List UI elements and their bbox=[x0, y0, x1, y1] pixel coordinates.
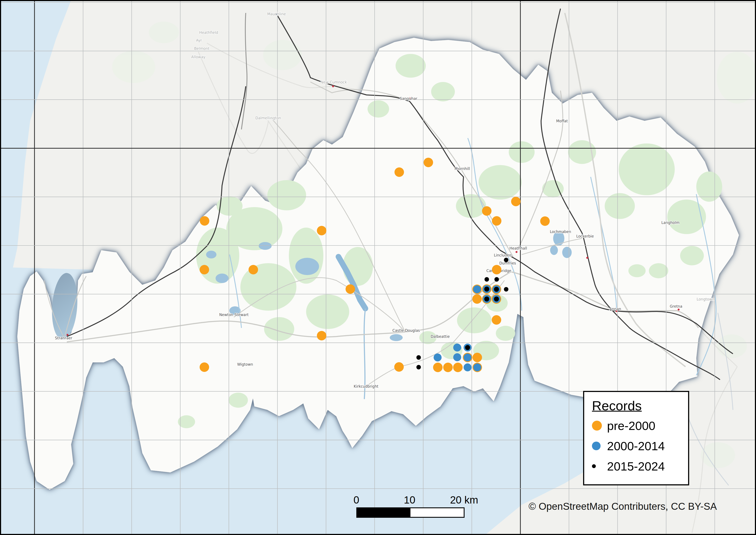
town-label-wigtown: Wigtown bbox=[237, 362, 253, 367]
scale-bar-segment-filled bbox=[357, 508, 411, 517]
town-label-longtown: Longtown bbox=[697, 297, 715, 301]
legend-row-pre2000: pre-2000 bbox=[592, 415, 688, 436]
scale-bar-segment-empty bbox=[411, 508, 464, 517]
town-label-heathfield: Heathfield bbox=[199, 30, 218, 35]
map-export-canvas: StranraerNewton StewartWigtownKirkcudbri… bbox=[0, 0, 756, 535]
record-dot-pre-2000 bbox=[492, 315, 501, 325]
town-label-newton-stewart: Newton Stewart bbox=[219, 313, 249, 317]
record-dot-2015-2024 bbox=[494, 296, 499, 301]
town-label-sanquhar: Sanquhar bbox=[400, 97, 417, 101]
scale-bar-graphic bbox=[356, 507, 465, 518]
2000-2014-dot-icon bbox=[592, 441, 601, 450]
railway-station-dot bbox=[516, 251, 518, 253]
town-label-langholm: Langholm bbox=[662, 220, 680, 225]
record-dot-2015-2024 bbox=[417, 355, 421, 360]
town-label-castle-douglas: Castle Douglas bbox=[392, 328, 420, 333]
scale-label-20km: 20 km bbox=[450, 494, 478, 506]
record-dot-pre-2000 bbox=[472, 353, 482, 362]
record-dot-pre-2000 bbox=[492, 265, 501, 274]
2015-2024-dot-icon bbox=[592, 464, 596, 468]
record-dot-pre-2000 bbox=[394, 362, 404, 372]
town-label-thornhill: Thornhill bbox=[454, 167, 470, 171]
town-label-gretna: Gretna bbox=[670, 304, 682, 308]
legend-label-2000-2014: 2000-2014 bbox=[607, 439, 665, 453]
record-dot-2000-2014 bbox=[473, 363, 481, 372]
record-dot-pre-2000 bbox=[433, 363, 443, 372]
railway-station-dot bbox=[67, 334, 68, 336]
record-dot-pre-2000 bbox=[492, 216, 501, 226]
record-dot-2015-2024 bbox=[504, 258, 508, 262]
record-dot-2000-2014 bbox=[453, 353, 461, 361]
town-label-alloway: Alloway bbox=[191, 55, 205, 59]
record-dot-pre-2000 bbox=[394, 167, 404, 177]
record-dot-pre-2000 bbox=[317, 226, 326, 235]
town-label-belmont: Belmont bbox=[194, 46, 209, 51]
town-label-lockerbie: Lockerbie bbox=[576, 234, 594, 239]
record-dot-2000-2014 bbox=[464, 363, 472, 372]
scale-label-0: 0 bbox=[354, 494, 359, 506]
record-dot-pre-2000 bbox=[511, 197, 521, 206]
legend-row-2015-2024: 2015-2024 bbox=[592, 456, 688, 476]
town-label-lincluden: Lincluden bbox=[494, 253, 512, 257]
town-label-kirkcudbright: Kirkcudbright bbox=[354, 384, 379, 388]
legend-label-pre2000: pre-2000 bbox=[607, 419, 655, 433]
record-dot-2015-2024 bbox=[494, 287, 499, 292]
town-label-ayr: Ayr bbox=[196, 38, 202, 42]
record-dot-2000-2014 bbox=[464, 353, 472, 362]
record-dot-pre-2000 bbox=[200, 265, 209, 274]
record-dot-2015-2024 bbox=[465, 345, 470, 350]
record-dot-2015-2024 bbox=[484, 287, 489, 292]
town-label-lochmaben: Lochmaben bbox=[550, 230, 571, 234]
record-dot-pre-2000 bbox=[453, 363, 463, 372]
town-label-moffat: Moffat bbox=[556, 119, 568, 123]
town-label-dumfries: Dumfries bbox=[499, 261, 516, 265]
town-label-stranraer: Stranraer bbox=[55, 336, 72, 340]
record-dot-pre-2000 bbox=[249, 265, 258, 274]
record-dot-pre-2000 bbox=[443, 363, 453, 372]
record-dot-pre-2000 bbox=[317, 331, 326, 340]
record-dot-2015-2024 bbox=[495, 277, 499, 282]
legend-box: Records pre-2000 2000-2014 2015-2024 bbox=[583, 391, 689, 485]
record-dot-pre-2000 bbox=[540, 216, 550, 226]
attribution-text: © OpenStreetMap Contributers, CC BY-SA bbox=[528, 500, 717, 512]
railway-station-dot bbox=[586, 257, 588, 259]
town-label-annan: Annan bbox=[609, 307, 621, 311]
record-dot-pre-2000 bbox=[482, 206, 492, 216]
record-dot-pre-2000 bbox=[423, 158, 433, 167]
record-dot-2015-2024 bbox=[417, 365, 421, 370]
scale-bar: 0 10 20 km bbox=[356, 494, 463, 518]
record-dot-2000-2014 bbox=[473, 285, 481, 294]
town-label-heathhall: Heathhall bbox=[509, 246, 527, 250]
record-dot-pre-2000 bbox=[200, 216, 209, 226]
railway-station-dot bbox=[678, 309, 680, 311]
record-dot-2015-2024 bbox=[504, 287, 508, 292]
record-dot-2015-2024 bbox=[484, 296, 489, 301]
record-dot-2015-2024 bbox=[485, 277, 489, 282]
town-label-new-cumnock: New Cumnock bbox=[321, 80, 347, 84]
scale-bar-labels: 0 10 20 km bbox=[356, 494, 463, 507]
town-label-dalmellington: Dalmellington bbox=[256, 116, 281, 120]
legend-label-2015-2024: 2015-2024 bbox=[607, 459, 665, 473]
town-label-mauchline: Mauchline bbox=[267, 12, 286, 16]
record-dot-pre-2000 bbox=[200, 362, 209, 372]
legend-title: Records bbox=[592, 398, 688, 413]
town-label-dalbeattie: Dalbeattie bbox=[431, 334, 450, 339]
scale-label-10: 10 bbox=[404, 494, 415, 506]
pre-2000-dot-icon bbox=[592, 421, 602, 431]
record-dot-pre-2000 bbox=[345, 284, 355, 294]
legend-row-2000-2014: 2000-2014 bbox=[592, 436, 688, 456]
record-dot-2000-2014 bbox=[453, 344, 461, 352]
record-dot-pre-2000 bbox=[472, 294, 482, 304]
railway-station-dot bbox=[332, 85, 334, 87]
record-dot-2000-2014 bbox=[434, 353, 442, 362]
